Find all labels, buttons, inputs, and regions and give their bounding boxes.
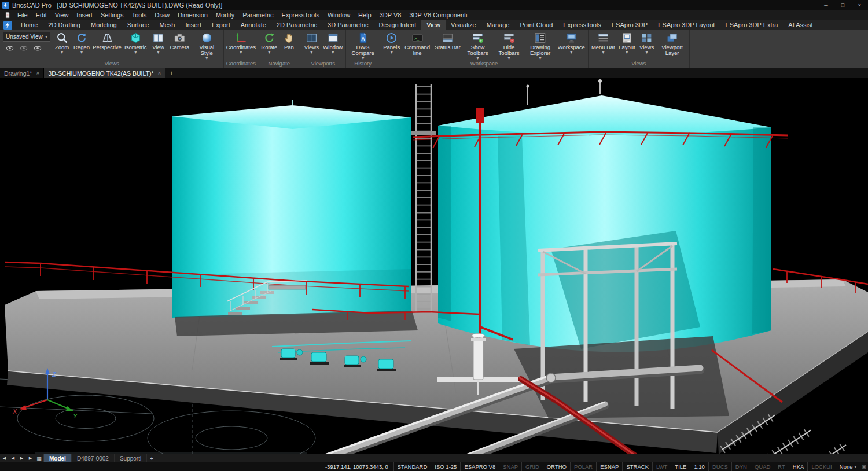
- menu-window[interactable]: Window: [323, 10, 354, 20]
- status-toggle-strack[interactable]: STRACK: [622, 462, 652, 471]
- status-toggle-ducs[interactable]: DUCS: [708, 462, 731, 471]
- ribbon-tab-home[interactable]: Home: [16, 20, 43, 30]
- ribbon-button-workspace[interactable]: Workspace▾: [556, 31, 587, 60]
- ribbon-button-window[interactable]: Window▾: [321, 31, 344, 60]
- status-toggle-rt[interactable]: RT: [774, 462, 789, 471]
- ribbon-button-status-bar[interactable]: Status Bar: [433, 31, 462, 60]
- menu-view[interactable]: View: [51, 10, 73, 20]
- document-tab-drawing1[interactable]: Drawing1*×: [0, 68, 44, 78]
- ribbon-button-hide-toolbars[interactable]: Hide Toolbars▾: [494, 31, 525, 60]
- ribbon-button-layout[interactable]: Layout▾: [617, 31, 637, 60]
- menu-modify[interactable]: Modify: [212, 10, 238, 20]
- ribbon-tab-2d-drafting[interactable]: 2D Drafting: [43, 20, 86, 30]
- sheet-nav-last-icon[interactable]: ▶: [26, 454, 35, 462]
- ribbon-button-isometric[interactable]: Isometric▾: [123, 31, 149, 60]
- ribbon-button-drawing-explorer[interactable]: Drawing Explorer▾: [525, 31, 556, 60]
- layout-tab-supporti[interactable]: Supporti: [115, 454, 147, 462]
- ribbon-tab-surface[interactable]: Surface: [122, 20, 155, 30]
- status-toggle-standard[interactable]: STANDARD: [393, 462, 431, 471]
- entity-visibility-button[interactable]: [18, 44, 30, 53]
- statusbar-grip[interactable]: ▣: [860, 462, 868, 471]
- status-toggle-tile[interactable]: TILE: [671, 462, 690, 471]
- ribbon-button-dwg-compare[interactable]: ADWG Compare▾: [347, 31, 378, 60]
- menu-draw[interactable]: Draw: [150, 10, 174, 20]
- ribbon-tab-esapro-3dp-layout[interactable]: ESApro 3DP Layout: [653, 20, 720, 30]
- ribbon-tab-3d-parametric[interactable]: 3D Parametric: [322, 20, 373, 30]
- ribbon-button-menu-bar[interactable]: Menu Bar▾: [590, 31, 617, 60]
- ribbon-button-visual-style[interactable]: Visual Style▾: [191, 31, 222, 60]
- menu-parametric[interactable]: Parametric: [238, 10, 277, 20]
- status-toggle-esapro-v8[interactable]: ESAPRO V8: [460, 462, 499, 471]
- close-icon[interactable]: ×: [851, 0, 868, 10]
- sheet-nav-tab-list-icon[interactable]: ▦: [35, 454, 44, 462]
- status-toggle-snap[interactable]: SNAP: [499, 462, 521, 471]
- minimize-icon[interactable]: ─: [818, 0, 834, 10]
- ribbon-button-panels[interactable]: Panels▾: [381, 31, 402, 60]
- status-toggle-quad[interactable]: QUAD: [751, 462, 774, 471]
- ribbon-button-command-line[interactable]: >_Command line: [402, 31, 433, 60]
- ribbon-button-regen[interactable]: Regen▾: [72, 31, 91, 60]
- view-name-combo[interactable]: Unsaved View▾: [3, 32, 50, 42]
- application-button[interactable]: [0, 20, 16, 30]
- new-document-tab-button[interactable]: +: [165, 68, 177, 78]
- layout-tab-model[interactable]: Model: [44, 454, 72, 462]
- status-toggle-ortho[interactable]: ORTHO: [543, 462, 570, 471]
- ribbon-tab-point-cloud[interactable]: Point Cloud: [514, 20, 558, 30]
- menu-settings[interactable]: Settings: [97, 10, 128, 20]
- ribbon-tab-ai-assist[interactable]: AI Assist: [783, 20, 818, 30]
- ribbon-tab-expresstools[interactable]: ExpressTools: [558, 20, 606, 30]
- status-toggle-1-10[interactable]: 1:10: [690, 462, 708, 471]
- ribbon-button-perspective[interactable]: Perspective: [91, 31, 123, 60]
- ribbon-tab-visualize[interactable]: Visualize: [446, 20, 481, 30]
- status-toggle-lwt[interactable]: LWT: [652, 462, 671, 471]
- menu-3dp-v8-componenti[interactable]: 3DP V8 Componenti: [405, 10, 471, 20]
- menu-dimension[interactable]: Dimension: [174, 10, 212, 20]
- ribbon-tab-design-intent[interactable]: Design Intent: [373, 20, 421, 30]
- close-icon[interactable]: ×: [158, 70, 161, 76]
- menu-insert[interactable]: Insert: [72, 10, 97, 20]
- ribbon-button-pan[interactable]: Pan: [279, 31, 299, 60]
- model-viewport[interactable]: Z X Y: [0, 78, 868, 454]
- menu-tools[interactable]: Tools: [128, 10, 151, 20]
- status-toggle-polar[interactable]: POLAR: [570, 462, 596, 471]
- ribbon-button-views[interactable]: Views▾: [637, 31, 657, 60]
- ribbon-tab-insert[interactable]: Insert: [180, 20, 207, 30]
- status-toggle-grid[interactable]: GRID: [521, 462, 543, 471]
- layout-tab-d4897-0002[interactable]: D4897-0002: [72, 454, 115, 462]
- new-layout-button[interactable]: +: [147, 454, 156, 462]
- status-toggle-lockui[interactable]: LOCKUI: [807, 462, 835, 471]
- ribbon-button-camera[interactable]: Camera: [168, 31, 192, 60]
- ribbon-tab-annotate[interactable]: Annotate: [236, 20, 271, 30]
- ribbon-tab-esapro-3dp-extra[interactable]: ESApro 3DP Extra: [720, 20, 783, 30]
- maximize-icon[interactable]: □: [834, 0, 851, 10]
- status-toggle-none[interactable]: None▾: [836, 462, 860, 471]
- ribbon-button-rotate[interactable]: Rotate▾: [259, 31, 279, 60]
- 3d-viewport-canvas[interactable]: Z X Y: [0, 78, 868, 454]
- ribbon-button-views[interactable]: Views▾: [301, 31, 321, 60]
- close-icon[interactable]: ×: [36, 70, 39, 76]
- ribbon-tab-view[interactable]: View: [421, 20, 446, 30]
- ribbon-button-show-toolbars[interactable]: Show Toolbars▾: [462, 31, 494, 60]
- ribbon-tab-manage[interactable]: Manage: [481, 20, 515, 30]
- ribbon-button-view[interactable]: View▾: [149, 31, 168, 60]
- menu-help[interactable]: Help: [354, 10, 376, 20]
- menu-file[interactable]: File: [13, 10, 32, 20]
- sheet-nav-previous-icon[interactable]: ◀: [9, 454, 17, 462]
- menu-expresstools[interactable]: ExpressTools: [278, 10, 323, 20]
- ribbon-button-viewport-layer[interactable]: Viewport Layer: [657, 31, 688, 60]
- ribbon-tab-modeling[interactable]: Modeling: [86, 20, 122, 30]
- isolate-visibility-button[interactable]: [32, 44, 43, 53]
- ribbon-button-zoom[interactable]: Zoom▾: [52, 31, 72, 60]
- status-toggle-dyn[interactable]: DYN: [731, 462, 751, 471]
- ribbon-tab-export[interactable]: Export: [207, 20, 236, 30]
- menu-3dp-v8[interactable]: 3DP V8: [376, 10, 406, 20]
- status-toggle-hka[interactable]: HKA: [789, 462, 808, 471]
- ribbon-tab-2d-parametric[interactable]: 2D Parametric: [271, 20, 322, 30]
- ribbon-button-coordinates[interactable]: Coordinates▾: [225, 31, 256, 60]
- sheet-nav-next-icon[interactable]: ▶: [17, 454, 26, 462]
- ribbon-tab-esapro-3dp[interactable]: ESApro 3DP: [606, 20, 653, 30]
- layer-visibility-button[interactable]: [4, 44, 16, 53]
- sheet-nav-first-icon[interactable]: ◀: [0, 454, 9, 462]
- status-toggle-iso-1-25[interactable]: ISO 1-25: [431, 462, 460, 471]
- document-tab-3d-schiumogeno-tk42-as-built[interactable]: 3D-SCHIUMOGENO TK42(AS BUILT)*×: [44, 68, 165, 78]
